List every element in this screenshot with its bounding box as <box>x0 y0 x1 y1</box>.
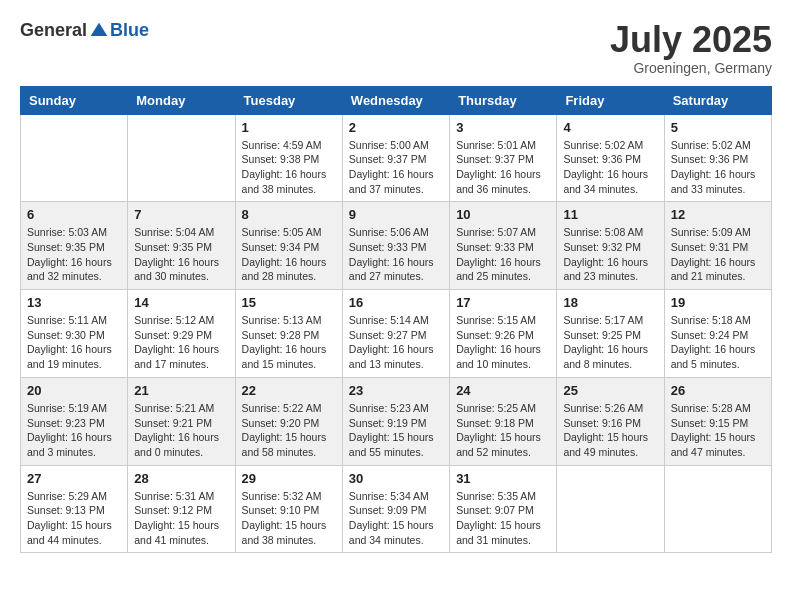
day-detail: Sunrise: 5:23 AM Sunset: 9:19 PM Dayligh… <box>349 401 443 460</box>
logo: General Blue <box>20 20 149 41</box>
calendar-cell: 31Sunrise: 5:35 AM Sunset: 9:07 PM Dayli… <box>450 465 557 553</box>
calendar-cell: 12Sunrise: 5:09 AM Sunset: 9:31 PM Dayli… <box>664 202 771 290</box>
day-number: 4 <box>563 120 657 135</box>
calendar-cell: 24Sunrise: 5:25 AM Sunset: 9:18 PM Dayli… <box>450 377 557 465</box>
title-block: July 2025 Groeningen, Germany <box>610 20 772 76</box>
column-header-wednesday: Wednesday <box>342 86 449 114</box>
calendar-cell <box>664 465 771 553</box>
column-header-tuesday: Tuesday <box>235 86 342 114</box>
day-detail: Sunrise: 5:03 AM Sunset: 9:35 PM Dayligh… <box>27 225 121 284</box>
calendar-cell: 30Sunrise: 5:34 AM Sunset: 9:09 PM Dayli… <box>342 465 449 553</box>
day-number: 11 <box>563 207 657 222</box>
calendar-cell: 21Sunrise: 5:21 AM Sunset: 9:21 PM Dayli… <box>128 377 235 465</box>
day-number: 14 <box>134 295 228 310</box>
day-number: 27 <box>27 471 121 486</box>
day-detail: Sunrise: 5:05 AM Sunset: 9:34 PM Dayligh… <box>242 225 336 284</box>
calendar-cell: 19Sunrise: 5:18 AM Sunset: 9:24 PM Dayli… <box>664 290 771 378</box>
day-detail: Sunrise: 5:28 AM Sunset: 9:15 PM Dayligh… <box>671 401 765 460</box>
day-number: 3 <box>456 120 550 135</box>
day-number: 15 <box>242 295 336 310</box>
calendar-week-row: 13Sunrise: 5:11 AM Sunset: 9:30 PM Dayli… <box>21 290 772 378</box>
day-detail: Sunrise: 5:29 AM Sunset: 9:13 PM Dayligh… <box>27 489 121 548</box>
day-number: 21 <box>134 383 228 398</box>
calendar-week-row: 6Sunrise: 5:03 AM Sunset: 9:35 PM Daylig… <box>21 202 772 290</box>
column-header-monday: Monday <box>128 86 235 114</box>
calendar-cell: 14Sunrise: 5:12 AM Sunset: 9:29 PM Dayli… <box>128 290 235 378</box>
calendar-cell: 13Sunrise: 5:11 AM Sunset: 9:30 PM Dayli… <box>21 290 128 378</box>
calendar-cell <box>21 114 128 202</box>
day-number: 26 <box>671 383 765 398</box>
calendar-cell: 22Sunrise: 5:22 AM Sunset: 9:20 PM Dayli… <box>235 377 342 465</box>
day-detail: Sunrise: 5:13 AM Sunset: 9:28 PM Dayligh… <box>242 313 336 372</box>
calendar-cell: 16Sunrise: 5:14 AM Sunset: 9:27 PM Dayli… <box>342 290 449 378</box>
day-detail: Sunrise: 5:26 AM Sunset: 9:16 PM Dayligh… <box>563 401 657 460</box>
day-number: 31 <box>456 471 550 486</box>
calendar-week-row: 1Sunrise: 4:59 AM Sunset: 9:38 PM Daylig… <box>21 114 772 202</box>
day-number: 10 <box>456 207 550 222</box>
day-detail: Sunrise: 5:00 AM Sunset: 9:37 PM Dayligh… <box>349 138 443 197</box>
day-number: 16 <box>349 295 443 310</box>
column-header-friday: Friday <box>557 86 664 114</box>
calendar-cell: 2Sunrise: 5:00 AM Sunset: 9:37 PM Daylig… <box>342 114 449 202</box>
svg-marker-0 <box>91 22 108 35</box>
day-detail: Sunrise: 5:01 AM Sunset: 9:37 PM Dayligh… <box>456 138 550 197</box>
calendar-cell: 11Sunrise: 5:08 AM Sunset: 9:32 PM Dayli… <box>557 202 664 290</box>
day-detail: Sunrise: 5:04 AM Sunset: 9:35 PM Dayligh… <box>134 225 228 284</box>
calendar-cell: 18Sunrise: 5:17 AM Sunset: 9:25 PM Dayli… <box>557 290 664 378</box>
day-number: 7 <box>134 207 228 222</box>
day-number: 25 <box>563 383 657 398</box>
day-detail: Sunrise: 5:17 AM Sunset: 9:25 PM Dayligh… <box>563 313 657 372</box>
location-subtitle: Groeningen, Germany <box>610 60 772 76</box>
day-detail: Sunrise: 5:22 AM Sunset: 9:20 PM Dayligh… <box>242 401 336 460</box>
day-number: 1 <box>242 120 336 135</box>
day-detail: Sunrise: 5:14 AM Sunset: 9:27 PM Dayligh… <box>349 313 443 372</box>
calendar-cell: 4Sunrise: 5:02 AM Sunset: 9:36 PM Daylig… <box>557 114 664 202</box>
calendar-week-row: 27Sunrise: 5:29 AM Sunset: 9:13 PM Dayli… <box>21 465 772 553</box>
column-header-saturday: Saturday <box>664 86 771 114</box>
calendar-cell: 25Sunrise: 5:26 AM Sunset: 9:16 PM Dayli… <box>557 377 664 465</box>
day-number: 8 <box>242 207 336 222</box>
day-number: 6 <box>27 207 121 222</box>
day-number: 5 <box>671 120 765 135</box>
day-number: 19 <box>671 295 765 310</box>
day-number: 23 <box>349 383 443 398</box>
month-title: July 2025 <box>610 20 772 60</box>
logo-general-text: General <box>20 20 87 41</box>
logo-blue-text: Blue <box>110 20 149 41</box>
day-detail: Sunrise: 5:32 AM Sunset: 9:10 PM Dayligh… <box>242 489 336 548</box>
day-detail: Sunrise: 5:21 AM Sunset: 9:21 PM Dayligh… <box>134 401 228 460</box>
calendar-cell <box>128 114 235 202</box>
day-number: 2 <box>349 120 443 135</box>
calendar-week-row: 20Sunrise: 5:19 AM Sunset: 9:23 PM Dayli… <box>21 377 772 465</box>
day-number: 20 <box>27 383 121 398</box>
calendar-cell: 27Sunrise: 5:29 AM Sunset: 9:13 PM Dayli… <box>21 465 128 553</box>
day-detail: Sunrise: 5:11 AM Sunset: 9:30 PM Dayligh… <box>27 313 121 372</box>
day-number: 9 <box>349 207 443 222</box>
day-detail: Sunrise: 5:25 AM Sunset: 9:18 PM Dayligh… <box>456 401 550 460</box>
day-detail: Sunrise: 5:34 AM Sunset: 9:09 PM Dayligh… <box>349 489 443 548</box>
day-number: 29 <box>242 471 336 486</box>
logo-icon <box>89 21 109 41</box>
calendar-cell: 8Sunrise: 5:05 AM Sunset: 9:34 PM Daylig… <box>235 202 342 290</box>
day-number: 30 <box>349 471 443 486</box>
calendar-cell: 28Sunrise: 5:31 AM Sunset: 9:12 PM Dayli… <box>128 465 235 553</box>
calendar-cell: 3Sunrise: 5:01 AM Sunset: 9:37 PM Daylig… <box>450 114 557 202</box>
calendar-cell: 26Sunrise: 5:28 AM Sunset: 9:15 PM Dayli… <box>664 377 771 465</box>
day-number: 22 <box>242 383 336 398</box>
day-detail: Sunrise: 5:02 AM Sunset: 9:36 PM Dayligh… <box>671 138 765 197</box>
day-detail: Sunrise: 5:12 AM Sunset: 9:29 PM Dayligh… <box>134 313 228 372</box>
day-number: 12 <box>671 207 765 222</box>
calendar-cell: 5Sunrise: 5:02 AM Sunset: 9:36 PM Daylig… <box>664 114 771 202</box>
day-number: 28 <box>134 471 228 486</box>
calendar-cell: 10Sunrise: 5:07 AM Sunset: 9:33 PM Dayli… <box>450 202 557 290</box>
calendar-cell: 6Sunrise: 5:03 AM Sunset: 9:35 PM Daylig… <box>21 202 128 290</box>
calendar-cell: 7Sunrise: 5:04 AM Sunset: 9:35 PM Daylig… <box>128 202 235 290</box>
day-number: 17 <box>456 295 550 310</box>
day-number: 13 <box>27 295 121 310</box>
day-detail: Sunrise: 5:18 AM Sunset: 9:24 PM Dayligh… <box>671 313 765 372</box>
day-detail: Sunrise: 5:06 AM Sunset: 9:33 PM Dayligh… <box>349 225 443 284</box>
day-detail: Sunrise: 5:35 AM Sunset: 9:07 PM Dayligh… <box>456 489 550 548</box>
calendar-cell: 17Sunrise: 5:15 AM Sunset: 9:26 PM Dayli… <box>450 290 557 378</box>
day-number: 18 <box>563 295 657 310</box>
day-number: 24 <box>456 383 550 398</box>
